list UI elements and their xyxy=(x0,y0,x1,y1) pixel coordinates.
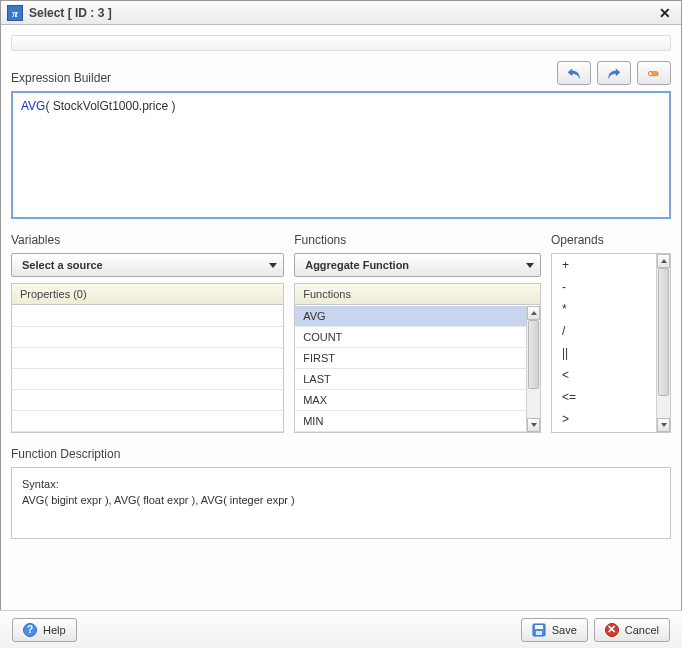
syntax-label: Syntax: xyxy=(22,478,660,490)
function-description-title: Function Description xyxy=(11,447,671,461)
list-item[interactable]: COUNT xyxy=(295,327,526,348)
operands-listbox: +-*/||<<=> xyxy=(551,253,671,433)
list-item xyxy=(12,306,283,327)
variables-list-header: Properties (0) xyxy=(12,284,283,305)
variables-listbox: Properties (0) xyxy=(11,283,284,433)
redo-icon xyxy=(606,66,622,80)
undo-icon xyxy=(566,66,582,80)
help-label: Help xyxy=(43,624,66,636)
list-item[interactable]: < xyxy=(552,364,656,386)
functions-category-dropdown[interactable]: Aggregate Function xyxy=(294,253,541,277)
save-icon xyxy=(532,623,546,637)
help-icon: ? xyxy=(23,623,37,637)
window-title: Select [ ID : 3 ] xyxy=(29,6,112,20)
list-item[interactable]: * xyxy=(552,298,656,320)
chevron-down-icon xyxy=(269,263,277,268)
toolbar-strip xyxy=(11,35,671,51)
list-item[interactable]: FIRST xyxy=(295,348,526,369)
titlebar: π Select [ ID : 3 ] ✕ xyxy=(1,1,681,25)
scroll-down-button[interactable] xyxy=(657,418,670,432)
help-button[interactable]: ? Help xyxy=(12,618,77,642)
expression-rest-token: ( StockVolGt1000.price ) xyxy=(45,99,175,113)
list-item[interactable]: <= xyxy=(552,386,656,408)
eraser-icon xyxy=(646,66,662,80)
svg-rect-1 xyxy=(649,72,652,76)
list-item xyxy=(12,411,283,432)
scroll-down-button[interactable] xyxy=(527,418,540,432)
operands-title: Operands xyxy=(551,233,671,247)
functions-list-header: Functions xyxy=(295,284,540,305)
list-item xyxy=(12,390,283,411)
list-item[interactable]: MAX xyxy=(295,390,526,411)
undo-button[interactable] xyxy=(557,61,591,85)
list-item xyxy=(12,369,283,390)
svg-rect-4 xyxy=(536,631,542,635)
syntax-text: AVG( bigint expr ), AVG( float expr ), A… xyxy=(22,494,660,506)
close-icon[interactable]: ✕ xyxy=(655,5,675,21)
variables-title: Variables xyxy=(11,233,284,247)
list-item xyxy=(12,327,283,348)
list-item[interactable]: / xyxy=(552,320,656,342)
list-item xyxy=(12,348,283,369)
list-item[interactable]: AVG xyxy=(295,306,526,327)
variables-dropdown-label: Select a source xyxy=(22,259,103,271)
list-item[interactable]: - xyxy=(552,276,656,298)
functions-title: Functions xyxy=(294,233,541,247)
functions-scrollbar[interactable] xyxy=(526,306,540,432)
operands-scrollbar[interactable] xyxy=(656,254,670,432)
variables-source-dropdown[interactable]: Select a source xyxy=(11,253,284,277)
scroll-up-button[interactable] xyxy=(527,306,540,320)
clear-button[interactable] xyxy=(637,61,671,85)
redo-button[interactable] xyxy=(597,61,631,85)
list-item[interactable]: + xyxy=(552,254,656,276)
expression-function-token: AVG xyxy=(21,99,45,113)
app-icon: π xyxy=(7,5,23,21)
scroll-up-button[interactable] xyxy=(657,254,670,268)
list-item[interactable]: LAST xyxy=(295,369,526,390)
svg-rect-3 xyxy=(535,625,543,629)
footer: ? Help Save ✕ Cancel xyxy=(0,610,682,648)
expression-builder-label: Expression Builder xyxy=(11,71,111,85)
list-item[interactable]: || xyxy=(552,342,656,364)
list-item[interactable]: > xyxy=(552,408,656,430)
cancel-icon: ✕ xyxy=(605,623,619,637)
chevron-down-icon xyxy=(526,263,534,268)
save-label: Save xyxy=(552,624,577,636)
function-description-box: Syntax: AVG( bigint expr ), AVG( float e… xyxy=(11,467,671,539)
cancel-button[interactable]: ✕ Cancel xyxy=(594,618,670,642)
save-button[interactable]: Save xyxy=(521,618,588,642)
functions-dropdown-label: Aggregate Function xyxy=(305,259,409,271)
cancel-label: Cancel xyxy=(625,624,659,636)
functions-listbox: Functions AVGCOUNTFIRSTLASTMAXMINSUM xyxy=(294,283,541,433)
expression-textarea[interactable]: AVG( StockVolGt1000.price ) xyxy=(11,91,671,219)
list-item[interactable]: MIN xyxy=(295,411,526,432)
